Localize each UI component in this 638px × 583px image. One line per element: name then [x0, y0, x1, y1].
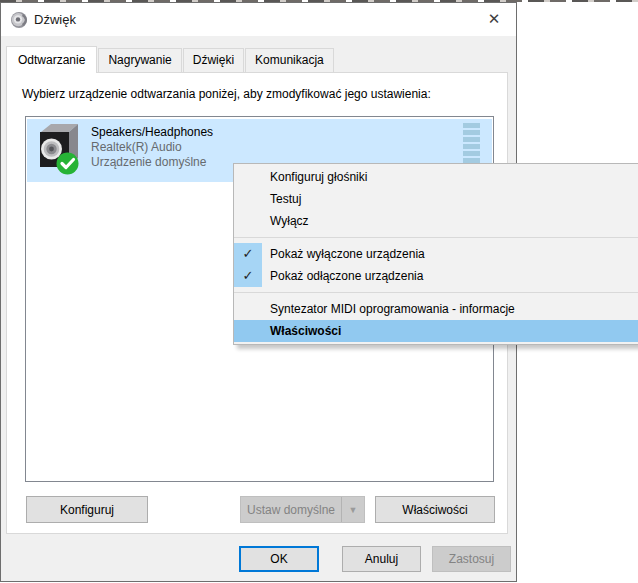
- menu-item-test[interactable]: Testuj: [234, 188, 638, 210]
- tab-odtwarzanie[interactable]: Odtwarzanie: [6, 46, 97, 73]
- menu-separator: [234, 292, 638, 293]
- menu-item-properties[interactable]: Właściwości: [234, 320, 638, 342]
- default-device-badge: [57, 153, 79, 175]
- device-text: Speakers/Headphones Realtek(R) Audio Urz…: [91, 125, 213, 170]
- properties-button[interactable]: Właściwości: [375, 496, 495, 523]
- window-title: Dźwięk: [34, 12, 76, 27]
- speaker-app-icon: [10, 11, 28, 29]
- device-description: Realtek(R) Audio: [91, 140, 213, 155]
- configure-button[interactable]: Konfiguruj: [26, 496, 148, 523]
- tab-nagrywanie[interactable]: Nagrywanie: [98, 48, 181, 72]
- menu-item-label: Pokaż wyłączone urządzenia: [270, 247, 425, 261]
- ok-button[interactable]: OK: [239, 546, 319, 572]
- tab-dzwieki[interactable]: Dźwięki: [183, 48, 244, 72]
- device-name: Speakers/Headphones: [91, 125, 213, 140]
- apply-button[interactable]: Zastosuj: [432, 546, 511, 572]
- menu-item-show-disabled-devices[interactable]: ✓ Pokaż wyłączone urządzenia: [234, 243, 638, 265]
- titlebar[interactable]: Dźwięk ✕: [1, 3, 516, 36]
- instruction-text: Wybierz urządzenie odtwarzania poniżej, …: [22, 87, 431, 101]
- speaker-device-icon: [37, 122, 81, 176]
- menu-item-disable[interactable]: Wyłącz: [234, 210, 638, 232]
- menu-separator: [234, 237, 638, 238]
- check-icon: ✓: [234, 265, 262, 287]
- set-default-button[interactable]: Ustaw domyślne ▼: [240, 496, 365, 523]
- close-icon[interactable]: ✕: [482, 8, 506, 30]
- menu-item-show-disconnected-devices[interactable]: ✓ Pokaż odłączone urządzenia: [234, 265, 638, 287]
- chevron-down-icon[interactable]: ▼: [341, 497, 364, 522]
- menu-item-configure-speakers[interactable]: Konfiguruj głośniki: [234, 166, 638, 188]
- menu-item-label: Pokaż odłączone urządzenia: [270, 269, 423, 283]
- tab-bar: Odtwarzanie Nagrywanie Dźwięki Komunikac…: [6, 46, 335, 72]
- cancel-button[interactable]: Anuluj: [342, 546, 421, 572]
- tab-komunikacja[interactable]: Komunikacja: [245, 48, 334, 72]
- context-menu: Konfiguruj głośniki Testuj Wyłącz ✓ Poka…: [233, 163, 638, 345]
- device-status: Urządzenie domyślne: [91, 155, 213, 170]
- volume-meter: [463, 123, 480, 165]
- check-icon: ✓: [234, 243, 262, 265]
- screen-edge-artifact: [0, 0, 638, 2]
- set-default-label[interactable]: Ustaw domyślne: [241, 497, 341, 522]
- menu-item-midi-synth-info[interactable]: Syntezator MIDI oprogramowania - informa…: [234, 298, 638, 320]
